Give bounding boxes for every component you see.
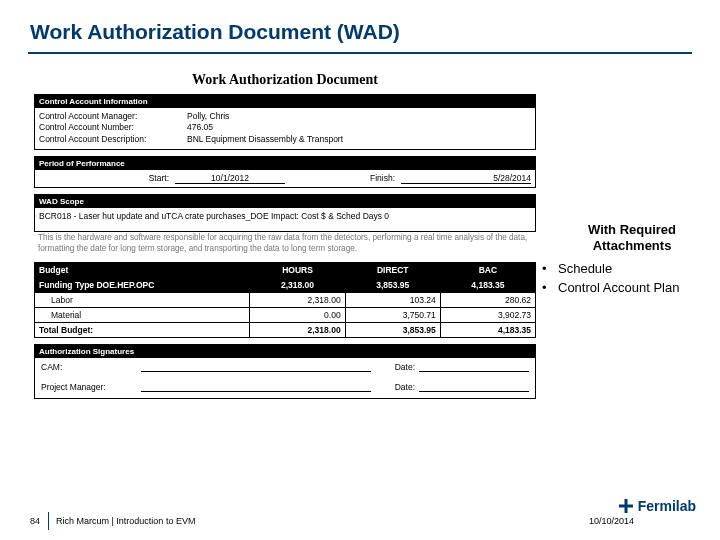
cell-label: Material bbox=[35, 308, 250, 323]
finish-label: Finish: bbox=[285, 173, 401, 184]
cell-hours: 2,318.00 bbox=[250, 293, 345, 308]
attachments-title-line2: Attachments bbox=[593, 238, 672, 253]
budget-header-col3: BAC bbox=[440, 263, 535, 278]
footer-date: 10/10/2014 bbox=[589, 516, 634, 526]
section-header-scope: WAD Scope bbox=[35, 195, 535, 208]
section-header-account: Control Account Information bbox=[35, 95, 535, 108]
cell-bac: 3,902.73 bbox=[440, 308, 535, 323]
sig-label-cam: CAM: bbox=[41, 362, 141, 372]
cell-direct: 103.24 bbox=[345, 293, 440, 308]
number-value: 476.05 bbox=[187, 122, 531, 133]
cell-label: Labor bbox=[35, 293, 250, 308]
budget-table: Budget HOURS DIRECT BAC Funding Type DOE… bbox=[34, 262, 536, 338]
budget-header-col2: DIRECT bbox=[345, 263, 440, 278]
kv-row-number: Control Account Number: 476.05 bbox=[39, 122, 531, 133]
budget-header-col1: HOURS bbox=[250, 263, 345, 278]
cell-bac: 4,183.35 bbox=[440, 323, 535, 338]
budget-header-col0: Budget bbox=[35, 263, 250, 278]
wad-heading: Work Authorization Document bbox=[34, 72, 536, 88]
kv-row-desc: Control Account Description: BNL Equipme… bbox=[39, 134, 531, 145]
budget-row-material: Material 0.00 3,750.71 3,902.73 bbox=[35, 308, 536, 323]
footer-divider bbox=[48, 512, 49, 530]
number-label: Control Account Number: bbox=[39, 122, 187, 133]
wad-document: Work Authorization Document Control Acco… bbox=[34, 70, 536, 405]
fermilab-logo: Fermilab bbox=[618, 498, 696, 514]
attachments-title-line1: With Required bbox=[588, 222, 676, 237]
attachments-title: With Required Attachments bbox=[552, 222, 712, 255]
cell-label: Total Budget: bbox=[35, 323, 250, 338]
desc-label: Control Account Description: bbox=[39, 134, 187, 145]
slide-title: Work Authorization Document (WAD) bbox=[30, 20, 400, 44]
cell-direct: 3,853.95 bbox=[345, 323, 440, 338]
svg-rect-1 bbox=[624, 499, 627, 513]
scope-description: This is the hardware and software respon… bbox=[34, 232, 536, 256]
cell-hours: 0.00 bbox=[250, 308, 345, 323]
budget-subheader: Funding Type DOE.HEP.OPC bbox=[35, 278, 250, 293]
section-header-signatures: Authorization Signatures bbox=[35, 345, 535, 358]
finish-value: 5/28/2014 bbox=[401, 173, 531, 184]
manager-value: Polly, Chris bbox=[187, 111, 531, 122]
section-account: Control Account Information Control Acco… bbox=[34, 94, 536, 150]
sig-date-label-cam: Date: bbox=[371, 362, 419, 372]
scope-bcr: BCR018 - Laser hut update and uTCA crate… bbox=[39, 211, 531, 226]
attachments-block: With Required Attachments Schedule Contr… bbox=[552, 222, 712, 299]
budget-row-total: Total Budget: 2,318.00 3,853.95 4,183.35 bbox=[35, 323, 536, 338]
section-period: Period of Performance Start: 10/1/2012 F… bbox=[34, 156, 536, 188]
footer: 84 Rich Marcum | Introduction to EVM 10/… bbox=[0, 496, 720, 540]
sig-line-pm bbox=[141, 382, 371, 392]
budget-subheader-hours: 2,318.00 bbox=[250, 278, 345, 293]
attachments-item-cap: Control Account Plan bbox=[542, 280, 712, 295]
sig-row-pm: Project Manager: Date: bbox=[35, 378, 535, 398]
start-value: 10/1/2012 bbox=[175, 173, 285, 184]
fermilab-logo-icon bbox=[618, 498, 634, 514]
section-signatures: Authorization Signatures CAM: Date: Proj… bbox=[34, 344, 536, 399]
budget-subheader-bac: 4,183.35 bbox=[440, 278, 535, 293]
sig-date-label-pm: Date: bbox=[371, 382, 419, 392]
desc-value: BNL Equipment Disassembly & Transport bbox=[187, 134, 531, 145]
page-number: 84 bbox=[30, 516, 40, 526]
footer-presenter: Rich Marcum | Introduction to EVM bbox=[56, 516, 195, 526]
attachments-item-schedule: Schedule bbox=[542, 261, 712, 276]
fermilab-logo-text: Fermilab bbox=[638, 498, 696, 514]
sig-label-pm: Project Manager: bbox=[41, 382, 141, 392]
cell-direct: 3,750.71 bbox=[345, 308, 440, 323]
slide: Work Authorization Document (WAD) Work A… bbox=[0, 0, 720, 540]
attachments-list: Schedule Control Account Plan bbox=[552, 261, 712, 295]
cell-bac: 280.62 bbox=[440, 293, 535, 308]
manager-label: Control Account Manager: bbox=[39, 111, 187, 122]
title-rule bbox=[28, 52, 692, 54]
cell-hours: 2,318.00 bbox=[250, 323, 345, 338]
sig-date-line-pm bbox=[419, 382, 529, 392]
budget-row-labor: Labor 2,318.00 103.24 280.62 bbox=[35, 293, 536, 308]
sig-date-line-cam bbox=[419, 362, 529, 372]
start-label: Start: bbox=[39, 173, 175, 184]
section-header-period: Period of Performance bbox=[35, 157, 535, 170]
section-scope: WAD Scope BCR018 - Laser hut update and … bbox=[34, 194, 536, 256]
budget-subheader-direct: 3,853.95 bbox=[345, 278, 440, 293]
sig-line-cam bbox=[141, 362, 371, 372]
section-budget: Budget HOURS DIRECT BAC Funding Type DOE… bbox=[34, 262, 536, 338]
sig-row-cam: CAM: Date: bbox=[35, 358, 535, 378]
kv-row-manager: Control Account Manager: Polly, Chris bbox=[39, 111, 531, 122]
